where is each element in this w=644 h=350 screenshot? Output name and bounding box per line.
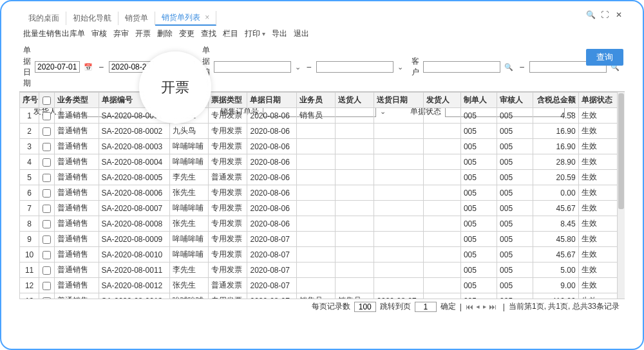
cell-check[interactable] bbox=[39, 262, 55, 278]
cell-check[interactable] bbox=[39, 278, 55, 293]
cell-deldate bbox=[374, 170, 423, 185]
find-button[interactable]: 查找 bbox=[201, 28, 216, 39]
cell-check[interactable] bbox=[39, 216, 55, 232]
cell-check[interactable] bbox=[39, 247, 55, 262]
chevron-down-icon[interactable]: ⌄ bbox=[396, 63, 404, 71]
batch-button[interactable]: 批量生销售出库单 bbox=[23, 28, 85, 39]
table-row[interactable]: 10普通销售SA-2020-08-0010哞哺哞哺专用发票2020-08-070… bbox=[20, 247, 618, 262]
col-sales[interactable]: 业务员 bbox=[296, 93, 335, 108]
invoice-button[interactable]: 开票 bbox=[135, 28, 151, 39]
cell-amount: 9.00 bbox=[533, 278, 578, 293]
cell-check[interactable] bbox=[39, 124, 55, 139]
chevron-down-icon[interactable]: ⌄ bbox=[294, 63, 302, 71]
col-invtype[interactable]: 票据类型 bbox=[209, 93, 247, 108]
cell-sales bbox=[296, 278, 335, 293]
search-icon[interactable]: 🔍 bbox=[586, 10, 595, 19]
row-checkbox[interactable] bbox=[43, 266, 51, 275]
col-biztype[interactable]: 业务类型 bbox=[55, 93, 99, 108]
cell-sales bbox=[296, 124, 335, 139]
row-checkbox[interactable] bbox=[43, 112, 51, 120]
export-button[interactable]: 导出 bbox=[272, 28, 287, 39]
select-all-checkbox[interactable] bbox=[43, 97, 51, 105]
cell-check[interactable] bbox=[39, 139, 55, 154]
table-row[interactable]: 12普通销售SA-2020-08-0012张先生普通发票2020-08-0700… bbox=[20, 278, 618, 293]
col-auditor[interactable]: 审核人 bbox=[497, 93, 533, 108]
col-maker[interactable]: 制单人 bbox=[460, 93, 497, 108]
doc-no-to-input[interactable] bbox=[316, 61, 393, 73]
row-checkbox[interactable] bbox=[43, 189, 51, 198]
col-docdate[interactable]: 单据日期 bbox=[247, 93, 296, 108]
cell-docdate: 2020-08-06 bbox=[247, 201, 296, 216]
calendar-icon[interactable]: 📅 bbox=[82, 63, 94, 71]
tab-sales-list[interactable]: 销货单列表 × bbox=[155, 11, 216, 26]
customer-from-input[interactable] bbox=[423, 61, 500, 73]
cell-amount: 45.80 bbox=[533, 232, 578, 247]
table-row[interactable]: 2普通销售SA-2020-08-0002九头鸟专用发票2020-08-06005… bbox=[20, 124, 618, 139]
window-close-icon[interactable]: ✕ bbox=[614, 10, 623, 19]
col-deliver[interactable]: 送货人 bbox=[336, 93, 374, 108]
doc-no-from-input[interactable] bbox=[214, 61, 291, 73]
cell-check[interactable] bbox=[39, 185, 55, 201]
cell-check[interactable] bbox=[39, 154, 55, 170]
table-row[interactable]: 1普通销售SA-2020-08-0001张先生专用发票2020-08-06销售员… bbox=[20, 108, 618, 124]
abandon-audit-button[interactable]: 弃审 bbox=[113, 28, 129, 39]
table-row[interactable]: 9普通销售SA-2020-08-0009哞哺哞哺专用发票2020-08-0700… bbox=[20, 232, 618, 247]
row-checkbox[interactable] bbox=[43, 127, 51, 136]
cell-invtype: 专用发票 bbox=[209, 139, 247, 154]
table-row[interactable]: 4普通销售SA-2020-08-0004哞哺哞哺专用发票2020-08-0600… bbox=[20, 154, 618, 170]
row-checkbox[interactable] bbox=[43, 235, 51, 244]
per-page-input[interactable] bbox=[354, 302, 376, 312]
table-row[interactable]: 5普通销售SA-2020-08-0005李先生普通发票2020-08-06005… bbox=[20, 170, 618, 185]
tab-sales[interactable]: 销货单 bbox=[118, 12, 155, 25]
cell-seq: 7 bbox=[20, 201, 39, 216]
columns-button[interactable]: 栏目 bbox=[223, 28, 238, 39]
row-checkbox[interactable] bbox=[43, 220, 51, 228]
query-button[interactable]: 查询 bbox=[586, 49, 623, 66]
table-row[interactable]: 6普通销售SA-2020-08-0006张先生专用发票2020-08-06005… bbox=[20, 185, 618, 201]
cell-seq: 10 bbox=[20, 247, 39, 262]
delete-button[interactable]: 删除 bbox=[157, 28, 173, 39]
row-checkbox[interactable] bbox=[43, 282, 51, 290]
row-checkbox[interactable] bbox=[43, 205, 51, 213]
vertical-scrollbar[interactable] bbox=[618, 92, 625, 314]
row-checkbox[interactable] bbox=[43, 174, 51, 182]
row-checkbox[interactable] bbox=[43, 158, 51, 167]
page-ok-button[interactable]: 确定 bbox=[440, 301, 456, 312]
exit-button[interactable]: 退出 bbox=[294, 28, 309, 39]
cell-customer: 李先生 bbox=[169, 170, 208, 185]
col-amount[interactable]: 含税总金额 bbox=[533, 93, 578, 108]
table-row[interactable]: 8普通销售SA-2020-08-0008张先生专用发票2020-08-06005… bbox=[20, 216, 618, 232]
cell-check[interactable] bbox=[39, 201, 55, 216]
toolbar: 批量生销售出库单 审核 弃审 开票 删除 变更 查找 栏目 打印 导出 退出 bbox=[19, 26, 625, 42]
row-checkbox[interactable] bbox=[43, 143, 51, 151]
audit-button[interactable]: 审核 bbox=[91, 28, 107, 39]
cell-docno: SA-2020-08-0009 bbox=[99, 232, 169, 247]
col-deldate[interactable]: 送货日期 bbox=[374, 93, 423, 108]
col-sender[interactable]: 发货人 bbox=[423, 93, 460, 108]
pager-nav-icons[interactable]: ⏮◀▶⏭ bbox=[466, 302, 499, 311]
date-from-input[interactable] bbox=[35, 61, 80, 73]
col-status[interactable]: 单据状态 bbox=[578, 93, 617, 108]
cell-check[interactable] bbox=[39, 108, 55, 124]
jump-page-input[interactable] bbox=[415, 302, 437, 312]
search-icon[interactable]: 🔍 bbox=[503, 63, 515, 71]
col-seq[interactable]: 序号 bbox=[20, 93, 39, 108]
cell-deldate bbox=[374, 154, 423, 170]
table-row[interactable]: 7普通销售SA-2020-08-0007哞哺哞哺专用发票2020-08-0600… bbox=[20, 201, 618, 216]
cell-sender bbox=[423, 262, 460, 278]
print-button[interactable]: 打印 bbox=[245, 28, 265, 39]
tab-init[interactable]: 初始化导航 bbox=[66, 12, 118, 25]
cell-biztype: 普通销售 bbox=[55, 232, 99, 247]
cell-deldate bbox=[374, 262, 423, 278]
tab-desktop[interactable]: 我的桌面 bbox=[22, 12, 66, 25]
table-row[interactable]: 11普通销售SA-2020-08-0011李先生专用发票2020-08-0700… bbox=[20, 262, 618, 278]
col-check[interactable] bbox=[39, 93, 55, 108]
cell-amount: 8.45 bbox=[533, 216, 578, 232]
cell-check[interactable] bbox=[39, 232, 55, 247]
close-icon[interactable]: × bbox=[205, 13, 209, 22]
maximize-icon[interactable]: ⛶ bbox=[600, 10, 609, 19]
row-checkbox[interactable] bbox=[43, 251, 51, 259]
change-button[interactable]: 变更 bbox=[179, 28, 194, 39]
cell-check[interactable] bbox=[39, 170, 55, 185]
table-row[interactable]: 3普通销售SA-2020-08-0003哞哺哞哺专用发票2020-08-0600… bbox=[20, 139, 618, 154]
